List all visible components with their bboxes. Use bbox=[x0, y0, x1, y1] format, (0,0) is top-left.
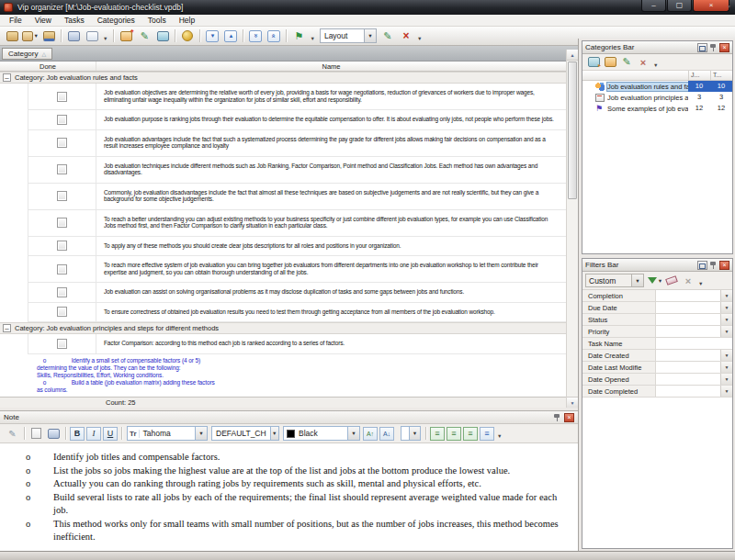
task-checkbox[interactable] bbox=[57, 191, 67, 201]
move-up-button[interactable]: ▲ bbox=[222, 28, 239, 44]
collapse-group-icon[interactable] bbox=[3, 324, 11, 332]
menu-item[interactable]: View bbox=[28, 15, 58, 27]
menu-item[interactable]: Help bbox=[173, 15, 201, 27]
edit-layout-button[interactable] bbox=[379, 28, 396, 44]
filter-value-field[interactable] bbox=[656, 326, 720, 337]
filter-value-field[interactable] bbox=[656, 338, 720, 349]
category-item[interactable]: Job evaluation principles and steps fo 3… bbox=[582, 92, 732, 103]
grid-row[interactable]: Category: Job evaluation rules and facts… bbox=[0, 72, 566, 84]
print-button[interactable] bbox=[65, 28, 82, 44]
layout-combo[interactable]: Layout ▼ bbox=[320, 28, 377, 43]
menu-item[interactable]: Tasks bbox=[58, 15, 91, 27]
chevron-down-icon[interactable]: ▼ bbox=[270, 427, 278, 440]
align-right-button[interactable] bbox=[463, 427, 478, 441]
scroll-down-icon[interactable]: ▼ bbox=[567, 397, 578, 408]
close-panel-icon[interactable]: × bbox=[719, 261, 729, 270]
toolbar-overflow-icon[interactable]: ▼ bbox=[103, 36, 107, 41]
move-down-button[interactable]: ▼ bbox=[204, 28, 220, 44]
edit-task-button[interactable] bbox=[136, 28, 153, 44]
save-database-button[interactable] bbox=[40, 28, 57, 44]
column-header-name[interactable]: Name bbox=[96, 62, 566, 71]
font-combo[interactable]: Tr Tahoma ▼ bbox=[127, 426, 208, 441]
filter-value-field[interactable] bbox=[656, 386, 720, 397]
collapse-all-button[interactable]: » bbox=[266, 28, 282, 44]
note-content[interactable]: o Identify job titles and compensable fa… bbox=[0, 443, 578, 544]
grid-vertical-scrollbar[interactable]: ▲ ▼ bbox=[566, 50, 578, 408]
grid-row[interactable]: Job evaluation purpose is ranking jobs t… bbox=[28, 110, 566, 130]
new-database-button[interactable] bbox=[4, 28, 20, 44]
grid-row[interactable]: Job evaluation advantages include the fa… bbox=[28, 130, 566, 157]
grid-row[interactable]: Factor Comparison: according to this met… bbox=[28, 334, 566, 354]
new-task-button[interactable] bbox=[118, 28, 134, 44]
print-note-button[interactable] bbox=[46, 426, 62, 441]
filter-value-field[interactable] bbox=[656, 362, 720, 373]
clear-filter-button[interactable] bbox=[664, 274, 679, 287]
remove-filter-button[interactable] bbox=[681, 274, 695, 287]
filter-preset-combo[interactable]: Custom ▼ bbox=[585, 274, 644, 287]
filter-dropdown-icon[interactable]: ▼ bbox=[720, 314, 732, 325]
task-checkbox[interactable] bbox=[57, 264, 67, 274]
chevron-down-icon[interactable]: ▼ bbox=[409, 427, 420, 440]
task-checkbox[interactable] bbox=[57, 115, 67, 125]
edit-category-button[interactable] bbox=[619, 55, 634, 69]
grid-row[interactable]: To apply any of these methods you should… bbox=[28, 237, 566, 257]
close-panel-icon[interactable]: × bbox=[719, 43, 729, 52]
grid-row[interactable]: Commonly, job evaluation disadvantages i… bbox=[28, 184, 566, 210]
grid-row[interactable]: Job evaluation techniques include differ… bbox=[28, 157, 566, 184]
delete-category-button[interactable] bbox=[636, 55, 650, 69]
chevron-down-icon[interactable]: ▼ bbox=[195, 427, 207, 440]
filter-dropdown-icon[interactable]: ▼ bbox=[720, 302, 732, 313]
note-edit-button[interactable] bbox=[5, 426, 20, 441]
menu-item[interactable]: Categories bbox=[91, 15, 141, 27]
grid-row[interactable]: To reach a better understanding you can … bbox=[28, 210, 566, 237]
manage-categories-button[interactable] bbox=[603, 55, 617, 69]
align-left-button[interactable] bbox=[430, 427, 445, 441]
scrollbar-thumb[interactable] bbox=[568, 62, 577, 199]
chevron-down-icon[interactable]: ▼ bbox=[347, 427, 359, 440]
grid-row[interactable]: Category: Job evaluation principles and … bbox=[0, 322, 566, 334]
chevron-down-icon[interactable]: ▼ bbox=[364, 29, 376, 42]
pin-icon[interactable] bbox=[709, 261, 718, 270]
note-close-icon[interactable]: × bbox=[564, 413, 574, 422]
float-panel-icon[interactable] bbox=[697, 261, 707, 270]
maximize-button[interactable]: ▢ bbox=[667, 0, 692, 12]
bullet-list-button[interactable] bbox=[480, 427, 494, 441]
extra-combo[interactable]: ▼ bbox=[401, 426, 421, 441]
category-item[interactable]: Some examples of job evaluation met 12 1… bbox=[582, 103, 732, 114]
grid-row[interactable]: Job evaluation can assist on solving org… bbox=[28, 283, 566, 303]
scroll-up-icon[interactable]: ▲ bbox=[567, 50, 578, 61]
apply-filter-button[interactable]: ▼ bbox=[648, 274, 662, 287]
filter-dropdown-icon[interactable]: ▼ bbox=[720, 290, 732, 301]
new-page-button[interactable] bbox=[28, 426, 44, 441]
chevron-down-icon[interactable]: ▼ bbox=[631, 274, 643, 286]
grid-row[interactable]: To ensure correctness of obtained job ev… bbox=[28, 303, 566, 323]
underline-button[interactable] bbox=[103, 427, 118, 441]
collapse-group-icon[interactable] bbox=[3, 73, 11, 82]
task-checkbox[interactable] bbox=[57, 138, 67, 148]
toolbar-overflow-icon[interactable]: ▼ bbox=[417, 36, 422, 41]
task-checkbox[interactable] bbox=[57, 92, 67, 102]
grid-row[interactable]: Job evaluation objectives are determinin… bbox=[28, 84, 566, 110]
filter-dropdown-icon[interactable]: ▼ bbox=[720, 326, 732, 337]
minimize-button[interactable]: – bbox=[641, 0, 666, 12]
filter-dropdown-icon[interactable]: ▼ bbox=[720, 362, 732, 373]
new-category-button[interactable] bbox=[586, 55, 601, 69]
toolbar-overflow-icon[interactable]: ▼ bbox=[653, 62, 658, 68]
float-panel-icon[interactable] bbox=[697, 43, 707, 52]
filter-value-field[interactable] bbox=[656, 350, 720, 361]
toolbar-overflow-icon[interactable]: ▼ bbox=[497, 433, 502, 439]
highlight-button[interactable] bbox=[179, 28, 196, 44]
align-center-button[interactable] bbox=[447, 427, 461, 441]
task-checkbox[interactable] bbox=[57, 287, 67, 297]
color-combo[interactable]: Black ▼ bbox=[283, 426, 360, 441]
open-database-button[interactable]: ▼ bbox=[22, 28, 39, 44]
toolbar-overflow-icon[interactable]: ▼ bbox=[310, 36, 314, 41]
italic-button[interactable] bbox=[86, 427, 101, 441]
grid-row[interactable]: To reach more effective system of job ev… bbox=[28, 256, 566, 283]
delete-layout-button[interactable] bbox=[398, 28, 414, 44]
subscript-button[interactable] bbox=[379, 427, 394, 441]
menu-item[interactable]: File bbox=[3, 15, 28, 27]
filter-dropdown-icon[interactable]: ▼ bbox=[720, 374, 732, 385]
close-button[interactable]: × bbox=[693, 0, 729, 12]
menu-item[interactable]: Tools bbox=[141, 15, 173, 27]
